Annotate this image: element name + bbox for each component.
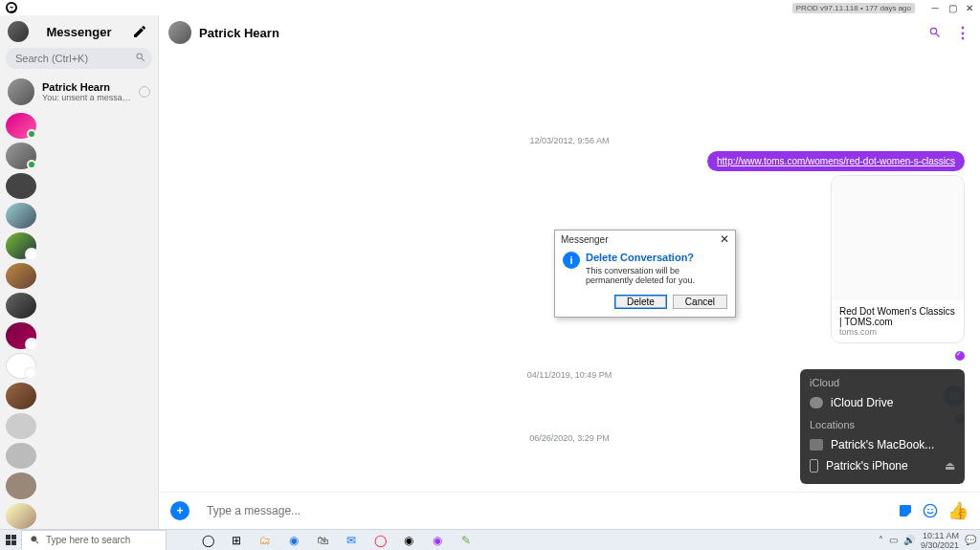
taskbar-search-placeholder: Type here to search [46,535,130,545]
conversation-list[interactable] [0,109,158,529]
timestamp: 12/03/2012, 9:56 AM [174,136,965,145]
taskbar-store-icon[interactable]: 🛍 [314,532,331,549]
cloud-icon [810,397,823,408]
chat-peer-avatar[interactable] [168,21,191,44]
taskbar-edge-icon[interactable]: ◉ [285,532,302,549]
composer-input[interactable] [199,498,888,523]
messenger-app-icon [6,2,17,13]
conversation-avatar [8,78,34,105]
link-preview-image [832,176,964,300]
sent-link-message[interactable]: http://www.toms.com/womens/red-dot-women… [707,151,965,171]
taskbar-opera-icon[interactable]: ◯ [371,532,389,549]
file-picker-popover[interactable]: iCloud iCloud Drive Locations Patrick's … [800,369,965,484]
svg-point-2 [931,509,933,511]
dialog-heading: Delete Conversation? [586,252,727,263]
window-maximize-button[interactable]: ▢ [944,0,961,15]
conversation-item[interactable] [6,143,36,168]
conversation-item[interactable] [6,232,36,258]
sidebar: Messenger Patrick Hearn You: unsent a me… [0,15,159,529]
link-preview-domain: toms.com [839,327,956,337]
chat-search-icon[interactable] [928,26,942,39]
taskbar-explorer-icon[interactable]: 🗂 [256,532,274,549]
conversation-item[interactable] [6,322,36,348]
popover-section: Locations [810,419,955,430]
self-avatar[interactable] [8,21,29,42]
message-composer: + 👍 [159,492,980,529]
delete-conversation-dialog: Messenger ✕ i Delete Conversation? This … [554,230,736,318]
delivery-status-icon [139,86,150,98]
tray-notifications-icon[interactable]: 💬 [965,535,976,545]
dialog-frame-title: Messenger [561,234,608,245]
taskbar-chrome-icon[interactable]: ◉ [400,532,417,549]
conversation-item[interactable] [6,383,36,408]
tray-volume-icon[interactable]: 🔊 [903,535,915,545]
taskbar-search[interactable]: Type here to search [21,530,167,551]
dialog-close-button[interactable]: ✕ [720,232,729,246]
windows-taskbar: Type here to search ◯ ⊞ 🗂 ◉ 🛍 ✉ ◯ ◉ ◉ ✎ … [0,529,980,550]
popover-item-iphone[interactable]: Patrick's iPhone ⏏ [810,455,955,476]
conversation-item[interactable] [6,203,36,229]
taskbar-mail-icon[interactable]: ✉ [343,532,360,549]
window-close-button[interactable]: ✕ [961,0,978,15]
link-preview-title: Red Dot Women's Classics | TOMS.com [839,306,956,327]
svg-point-1 [927,509,929,511]
dialog-delete-button[interactable]: Delete [614,295,667,309]
build-badge: PROD v97.11.118 • 177 days ago [792,3,915,13]
start-button[interactable] [0,530,21,551]
conversation-item[interactable] [6,353,36,380]
phone-icon [810,459,818,473]
conversation-item[interactable] [6,503,36,529]
popover-item-icloud-drive[interactable]: iCloud Drive [810,392,955,413]
tray-network-icon[interactable]: ▭ [889,535,898,545]
popover-section: iCloud [810,377,955,388]
chat-title: Patrick Hearn [199,26,921,40]
svg-point-0 [924,504,936,517]
chat-more-icon[interactable]: ⋮ [955,24,970,42]
conversation-name: Patrick Hearn [42,81,131,93]
eject-icon[interactable]: ⏏ [945,459,955,473]
sticker-icon[interactable] [898,503,913,518]
dialog-cancel-button[interactable]: Cancel [673,295,727,309]
sidebar-search-input[interactable] [6,48,152,69]
conversation-item[interactable] [6,293,36,319]
conversation-preview[interactable]: Patrick Hearn You: unsent a message · Su… [0,75,158,109]
popover-item-label: Patrick's MacBook... [831,438,934,451]
taskbar-cortana-icon[interactable]: ◯ [199,532,216,549]
link-preview-card[interactable]: Red Dot Women's Classics | TOMS.com toms… [831,175,965,343]
seen-indicator-icon [955,351,965,361]
popover-item-label: iCloud Drive [831,396,893,409]
search-icon [30,535,40,545]
conversation-item[interactable] [6,173,36,199]
taskbar-taskview-icon[interactable]: ⊞ [228,532,245,549]
popover-item-label: Patrick's iPhone [826,459,908,473]
tray-chevron-icon[interactable]: ˄ [879,535,883,545]
conversation-item[interactable] [6,263,36,289]
dialog-body: This conversation will be permanently de… [586,266,727,285]
sidebar-title: Messenger [36,25,122,39]
compose-button[interactable] [129,21,150,42]
laptop-icon [810,439,823,451]
conversation-item[interactable] [6,473,36,498]
info-icon: i [563,252,580,269]
chat-pane: Patrick Hearn ⋮ 12/03/2012, 9:56 AM http… [159,15,980,529]
conversation-item[interactable] [6,413,36,439]
conversation-item[interactable] [6,113,36,139]
composer-add-button[interactable]: + [170,501,189,520]
window-minimize-button[interactable]: ─ [926,0,944,15]
emoji-icon[interactable] [923,503,938,518]
tray-clock[interactable]: 10:11 AM 9/30/2021 [921,531,959,550]
conversation-item[interactable] [6,443,36,469]
search-icon [135,52,146,63]
popover-item-macbook[interactable]: Patrick's MacBook... [810,434,955,455]
taskbar-messenger-icon[interactable]: ◉ [429,532,446,549]
thumbs-up-icon[interactable]: 👍 [947,500,969,521]
taskbar-app-icon[interactable]: ✎ [457,532,475,549]
conversation-subtext: You: unsent a message · Sun [42,93,131,102]
